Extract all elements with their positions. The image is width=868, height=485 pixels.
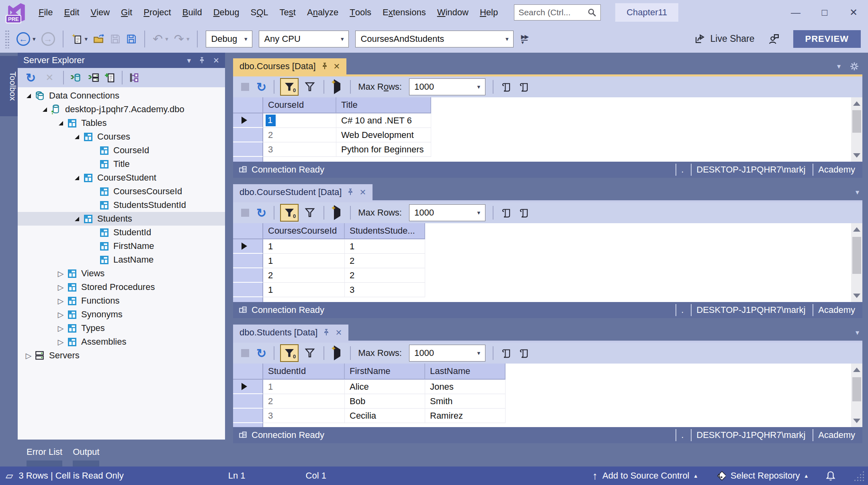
tab-list-dropdown-icon[interactable]: ▾ (837, 62, 841, 71)
connect-to-server-icon[interactable] (87, 72, 99, 83)
remove-filter-icon[interactable]: 0 (280, 344, 299, 362)
table-row[interactable]: 1 1 (233, 239, 862, 254)
expander-icon[interactable] (39, 107, 50, 112)
refresh-icon[interactable]: ↻ (253, 80, 270, 94)
tree-item-synonyms[interactable]: ▷Synonyms (18, 308, 225, 321)
live-share-button[interactable]: Live Share (695, 33, 755, 44)
tree-item-servers[interactable]: ▷Servers (18, 349, 225, 362)
expander-icon[interactable] (72, 217, 82, 221)
max-rows-dropdown[interactable]: 1000▾ (409, 78, 485, 95)
run-script-icon[interactable]: ✦ (328, 349, 346, 357)
select-all-cell[interactable] (233, 97, 263, 113)
tree-item-lastname[interactable]: LastName (18, 253, 225, 267)
server-explorer-titlebar[interactable]: Server Explorer ▾ ✕ (18, 53, 225, 68)
tab-dbo-coursestudent-data[interactable]: dbo.CourseStudent [Data] ✕ (233, 184, 373, 200)
tree-item-courses[interactable]: Courses (18, 130, 225, 144)
close-icon[interactable]: ✕ (334, 62, 340, 71)
tree-item-studentid[interactable]: StudentId (18, 226, 225, 239)
row-selector[interactable] (233, 239, 263, 254)
show-diagram-pane-icon[interactable] (519, 208, 530, 218)
cell-studentid[interactable]: 1 (263, 380, 345, 394)
column-header-studentid[interactable]: StudentId (263, 364, 345, 380)
cell-title[interactable]: Python for Beginners (336, 142, 431, 157)
menu-edit[interactable]: Edit (58, 0, 85, 25)
startup-project-dropdown[interactable]: CoursesAndStudents▾ (355, 31, 514, 47)
remove-filter-icon[interactable]: 0 (280, 78, 299, 96)
toolbar-overflow-button[interactable]: ▶▶▾ (521, 33, 528, 45)
gear-icon[interactable] (850, 62, 859, 71)
cell-courseid[interactable]: 1 (263, 113, 336, 128)
column-header-coursescourseid[interactable]: CoursesCourseId (263, 223, 345, 239)
table-row[interactable]: 3 Python for Beginners (233, 142, 862, 157)
toolbox-tab[interactable]: Toolbox (0, 56, 18, 116)
tree-item-stored-procedures[interactable]: ▷Stored Procedures (18, 280, 225, 294)
maximize-button[interactable]: □ (810, 0, 839, 25)
toolbar-grip[interactable] (5, 30, 10, 48)
scroll-up-arrow[interactable] (853, 368, 860, 372)
navigate-forward-button[interactable]: → (39, 29, 58, 49)
table-row[interactable]: 2 Bob Smith (233, 394, 862, 409)
expander-icon[interactable]: ▷ (55, 324, 66, 333)
cell-coursescourseid[interactable]: 1 (263, 239, 345, 254)
open-file-button[interactable] (90, 29, 107, 49)
expander-icon[interactable] (55, 121, 66, 125)
pin-icon[interactable] (321, 62, 329, 70)
redo-button[interactable]: ↷▾ (171, 29, 192, 49)
filter-icon[interactable] (300, 348, 319, 358)
create-new-sql-database-icon[interactable] (105, 72, 116, 83)
add-to-source-control-button[interactable]: ↑ Add to Source Control ▴ (592, 470, 697, 482)
cell-title[interactable]: C# 10 and .NET 6 (336, 113, 431, 128)
cell-coursescourseid[interactable]: 2 (263, 268, 345, 283)
table-row[interactable]: 2 2 (233, 268, 862, 283)
refresh-icon[interactable]: ↻ (22, 71, 40, 85)
cell-firstname[interactable]: Alice (345, 380, 425, 394)
filter-icon[interactable] (300, 208, 319, 218)
menu-view[interactable]: View (85, 0, 115, 25)
tree-item-studentsstudentid[interactable]: StudentsStudentId (18, 198, 225, 212)
cell-studentsstudentid[interactable]: 2 (345, 254, 425, 268)
menu-extensions[interactable]: Extensions (377, 0, 432, 25)
close-button[interactable]: ✕ (839, 0, 868, 25)
row-selector[interactable] (233, 113, 263, 128)
run-script-icon[interactable]: ✦ (328, 83, 346, 90)
pin-icon[interactable] (346, 188, 354, 196)
vertical-scrollbar[interactable] (851, 223, 862, 302)
solution-name-badge[interactable]: Chapter11 (615, 3, 678, 22)
show-sql-pane-icon[interactable] (502, 82, 512, 92)
tree-item-database[interactable]: desktop-j1pqhr7.Academy.dbo (18, 103, 225, 116)
scroll-up-arrow[interactable] (853, 101, 860, 106)
filter-icon[interactable] (300, 82, 319, 92)
tab-list-dropdown-icon[interactable]: ▾ (856, 328, 859, 337)
feedback-icon[interactable] (768, 33, 780, 45)
scroll-down-arrow[interactable] (853, 294, 860, 298)
column-header-courseid[interactable]: CourseId (263, 97, 336, 113)
expander-icon[interactable]: ▷ (23, 351, 34, 360)
table-row[interactable]: 1 2 (233, 254, 862, 268)
tree-item-coursestudent[interactable]: CourseStudent (18, 171, 225, 185)
scrollbar-thumb[interactable] (852, 377, 861, 401)
pin-icon[interactable] (322, 329, 330, 337)
tree-item-courseid[interactable]: CourseId (18, 144, 225, 157)
tab-output[interactable]: Output (70, 447, 102, 467)
tree-item-title[interactable]: Title (18, 157, 225, 171)
tab-list-dropdown-icon[interactable]: ▾ (856, 188, 859, 197)
menu-window[interactable]: Window (432, 0, 474, 25)
show-sql-pane-icon[interactable] (502, 348, 512, 358)
minimize-button[interactable]: — (781, 0, 810, 25)
solution-configuration-dropdown[interactable]: Debug▾ (206, 31, 252, 47)
max-rows-dropdown[interactable]: 1000▾ (409, 345, 485, 362)
cell-lastname[interactable]: Jones (425, 380, 506, 394)
column-header-lastname[interactable]: LastName (425, 364, 506, 380)
stop-refresh-icon[interactable]: ✕ (41, 72, 57, 83)
select-repository-button[interactable]: Select Repository ▴ (715, 471, 808, 481)
scroll-down-arrow[interactable] (853, 419, 860, 423)
tree-item-views[interactable]: ▷Views (18, 267, 225, 280)
tree-item-types[interactable]: ▷Types (18, 321, 225, 335)
show-diagram-pane-icon[interactable] (519, 348, 530, 358)
tab-dbo-students-data[interactable]: dbo.Students [Data] ✕ (233, 325, 348, 341)
cell-lastname[interactable]: Ramirez (425, 409, 506, 423)
view-diagram-icon[interactable] (128, 72, 139, 83)
stop-icon[interactable] (241, 209, 249, 217)
table-row[interactable]: 2 Web Development (233, 128, 862, 142)
close-icon[interactable]: ✕ (359, 187, 366, 197)
